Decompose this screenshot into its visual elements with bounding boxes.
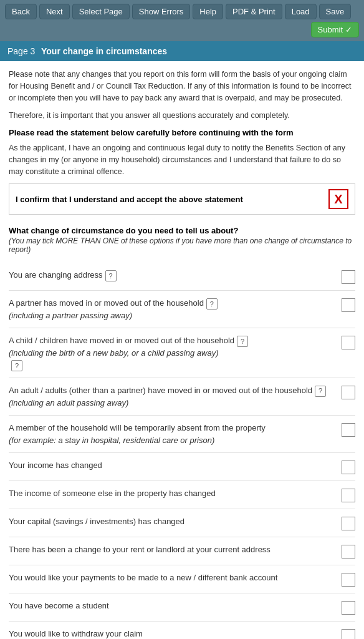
bold-statement: Please read the statement below carefull… xyxy=(9,128,355,137)
checkbox-opt1[interactable] xyxy=(342,270,355,284)
page-content: Please note that any changes that you re… xyxy=(0,69,364,639)
checkbox-opt11[interactable] xyxy=(342,601,355,615)
option-row: An adult / adults (other than a partner)… xyxy=(9,378,355,416)
page-header: Page 3 Your change in circumstances xyxy=(0,41,364,61)
option-label-opt7: The income of someone else in the proper… xyxy=(9,487,342,500)
checkbox-opt5[interactable] xyxy=(342,423,355,437)
checkbox-opt2[interactable] xyxy=(342,298,355,312)
option-label-opt8: Your capital (savings / investments) has… xyxy=(9,515,342,528)
help-icon-opt3-2[interactable]: ? xyxy=(11,360,22,371)
option-row: You have become a student xyxy=(9,593,355,622)
option-label-opt4: An adult / adults (other than a partner)… xyxy=(9,384,342,409)
option-row: Your income has changed xyxy=(9,453,355,481)
option-row: A child / children have moved in or move… xyxy=(9,328,355,378)
main-toolbar: Back Next Select Page Show Errors Help P… xyxy=(0,0,364,41)
help-button[interactable]: Help xyxy=(193,4,223,19)
help-icon-opt1[interactable]: ? xyxy=(105,270,117,281)
intro-para3: As the applicant, I have an ongoing and … xyxy=(9,142,355,177)
option-row: You would like to withdraw your claim xyxy=(9,622,355,639)
checkbox-opt12[interactable] xyxy=(342,629,355,639)
option-label-opt1: You are changing address? xyxy=(9,269,342,281)
option-label-opt11: You have become a student xyxy=(9,600,342,612)
options-list: You are changing address?A partner has m… xyxy=(9,263,355,639)
checkbox-opt7[interactable] xyxy=(342,489,355,502)
page-number: Page 3 xyxy=(7,46,35,56)
checkmark-icon xyxy=(345,25,352,34)
option-label-opt2: A partner has moved in or moved out of t… xyxy=(9,297,342,321)
back-button[interactable]: Back xyxy=(5,4,37,19)
option-label-opt6: Your income has changed xyxy=(9,459,342,472)
checkbox-opt10[interactable] xyxy=(342,573,355,587)
save-button[interactable]: Save xyxy=(319,4,352,19)
intro-para1: Please note that any changes that you re… xyxy=(9,69,355,104)
help-icon-opt4[interactable]: ? xyxy=(315,386,326,397)
load-button[interactable]: Load xyxy=(285,4,317,19)
option-label-opt3: A child / children have moved in or move… xyxy=(9,334,342,371)
option-row: A partner has moved in or moved out of t… xyxy=(9,291,355,328)
show-errors-button[interactable]: Show Errors xyxy=(132,4,191,19)
submit-button[interactable]: Submit xyxy=(311,22,359,37)
pdf-print-button[interactable]: PDF & Print xyxy=(226,4,282,19)
question-title: What change of circumstance do you need … xyxy=(9,226,355,235)
next-button[interactable]: Next xyxy=(39,4,70,19)
option-row: There has been a change to your rent or … xyxy=(9,537,355,565)
option-label-opt5: A member of the household will be tempor… xyxy=(9,422,342,446)
checkbox-opt4[interactable] xyxy=(342,386,355,399)
option-row: A member of the household will be tempor… xyxy=(9,416,355,453)
confirm-row: I confirm that I understand and accept t… xyxy=(9,183,355,215)
option-label-opt10: You would like your payments to be made … xyxy=(9,572,342,584)
confirm-label: I confirm that I understand and accept t… xyxy=(16,195,322,204)
page-container: Page 3 Your change in circumstances Plea… xyxy=(0,41,364,639)
page-title: Your change in circumstances xyxy=(41,46,167,56)
checkbox-opt8[interactable] xyxy=(342,517,355,530)
option-row: You are changing address? xyxy=(9,263,355,291)
checkbox-opt3[interactable] xyxy=(342,336,355,349)
option-label-opt9: There has been a change to your rent or … xyxy=(9,544,342,556)
select-page-button[interactable]: Select Page xyxy=(72,4,130,19)
option-row: You would like your payments to be made … xyxy=(9,565,355,593)
option-row: The income of someone else in the proper… xyxy=(9,481,355,509)
help-icon-opt3[interactable]: ? xyxy=(237,336,248,347)
question-subtitle: (You may tick MORE THAN ONE of these opt… xyxy=(9,237,355,254)
intro-para2: Therefore, it is important that you answ… xyxy=(9,110,355,122)
checkbox-opt9[interactable] xyxy=(342,545,355,559)
checkbox-opt6[interactable] xyxy=(342,461,355,474)
help-icon-opt2[interactable]: ? xyxy=(206,298,218,310)
option-label-opt12: You would like to withdraw your claim xyxy=(9,628,342,639)
confirm-checkbox[interactable]: X xyxy=(328,189,348,209)
option-row: Your capital (savings / investments) has… xyxy=(9,509,355,537)
